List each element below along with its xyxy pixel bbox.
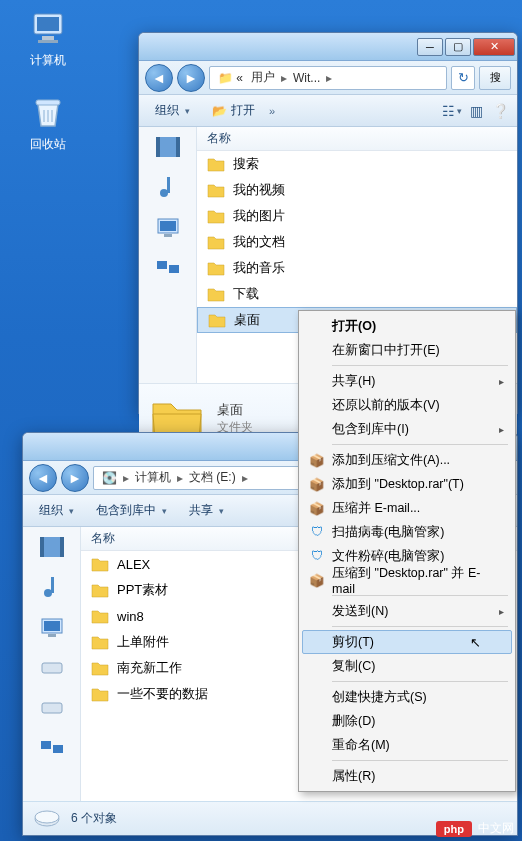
maximize-button[interactable]: ▢: [445, 38, 471, 56]
back-button[interactable]: ◄: [29, 464, 57, 492]
breadcrumb-seg[interactable]: 计算机: [131, 469, 175, 486]
list-item[interactable]: 我的视频: [197, 177, 517, 203]
ctx-add-archive[interactable]: 📦添加到压缩文件(A)...: [302, 448, 512, 472]
svg-rect-1: [37, 17, 59, 31]
svg-rect-17: [60, 537, 64, 557]
ctx-scan-virus[interactable]: 🛡扫描病毒(电脑管家): [302, 520, 512, 544]
desktop-icon-recycle[interactable]: 回收站: [16, 92, 80, 153]
include-library-button[interactable]: 包含到库中: [88, 499, 175, 522]
list-item[interactable]: 我的文档: [197, 229, 517, 255]
fav-drive-icon[interactable]: [23, 647, 80, 687]
ctx-cut[interactable]: 剪切(T)↖: [302, 630, 512, 654]
separator: [332, 444, 508, 445]
overflow-icon[interactable]: »: [269, 105, 275, 117]
desktop-icon-label: 回收站: [16, 136, 80, 153]
folder-icon: [91, 582, 109, 598]
desktop-icon-label: 计算机: [16, 52, 80, 69]
rar-icon: 📦: [308, 475, 326, 493]
separator: [332, 760, 508, 761]
fav-drive-icon[interactable]: [23, 687, 80, 727]
favorites-pane[interactable]: [139, 127, 197, 383]
recycle-bin-icon: [28, 92, 68, 132]
separator: [332, 365, 508, 366]
fav-computer-icon[interactable]: [139, 207, 196, 247]
forward-button[interactable]: ►: [61, 464, 89, 492]
breadcrumb-seg[interactable]: 文档 (E:): [185, 469, 240, 486]
shield-icon: 🛡: [308, 523, 326, 541]
organize-button[interactable]: 组织: [31, 499, 82, 522]
ctx-open-new-window[interactable]: 在新窗口中打开(E): [302, 338, 512, 362]
forward-button[interactable]: ►: [177, 64, 205, 92]
titlebar[interactable]: ─ ▢ ✕: [139, 33, 517, 61]
fav-video-icon[interactable]: [23, 527, 80, 567]
help-button[interactable]: ❔: [491, 102, 509, 120]
close-button[interactable]: ✕: [473, 38, 515, 56]
minimize-button[interactable]: ─: [417, 38, 443, 56]
fav-video-icon[interactable]: [139, 127, 196, 167]
ctx-add-desktop-rar[interactable]: 📦添加到 "Desktop.rar"(T): [302, 472, 512, 496]
fav-music-icon[interactable]: [23, 567, 80, 607]
chevron-right-icon: ▸: [279, 71, 289, 85]
ctx-create-shortcut[interactable]: 创建快捷方式(S): [302, 685, 512, 709]
desktop-icon-computer[interactable]: 计算机: [16, 8, 80, 69]
ctx-open[interactable]: 打开(O): [302, 314, 512, 338]
search-button[interactable]: 搜: [479, 66, 511, 90]
ctx-share[interactable]: 共享(H): [302, 369, 512, 393]
preview-pane-button[interactable]: ▥: [467, 102, 485, 120]
ctx-properties[interactable]: 属性(R): [302, 764, 512, 788]
chevron-right-icon: ▸: [240, 471, 250, 485]
ctx-restore-previous[interactable]: 还原以前的版本(V): [302, 393, 512, 417]
ctx-rename[interactable]: 重命名(M): [302, 733, 512, 757]
drive-icon: [33, 810, 61, 828]
svg-rect-26: [53, 745, 63, 753]
favorites-pane[interactable]: [23, 527, 81, 801]
list-item[interactable]: 搜索: [197, 151, 517, 177]
folder-icon: [208, 312, 226, 328]
svg-rect-12: [164, 234, 172, 237]
svg-rect-22: [48, 634, 56, 637]
svg-point-18: [44, 589, 52, 597]
folder-icon: [91, 686, 109, 702]
folder-icon: [207, 286, 225, 302]
svg-rect-7: [176, 137, 180, 157]
folder-icon: [207, 182, 225, 198]
svg-point-8: [160, 189, 168, 197]
svg-rect-3: [38, 40, 58, 43]
breadcrumb-seg[interactable]: Wit...: [289, 71, 324, 85]
watermark-text: 中文网: [478, 820, 514, 837]
fav-computer-icon[interactable]: [23, 607, 80, 647]
ctx-compress-email[interactable]: 📦压缩并 E-mail...: [302, 496, 512, 520]
folder-icon: [91, 556, 109, 572]
chevron-right-icon: ▸: [324, 71, 334, 85]
ctx-copy[interactable]: 复制(C): [302, 654, 512, 678]
list-item[interactable]: 我的图片: [197, 203, 517, 229]
svg-rect-9: [167, 177, 170, 193]
svg-point-28: [35, 811, 59, 823]
drive-icon[interactable]: 💽: [98, 471, 121, 485]
organize-button[interactable]: 组织: [147, 99, 198, 122]
ctx-include-library[interactable]: 包含到库中(I): [302, 417, 512, 441]
rar-icon: 📦: [308, 571, 326, 589]
share-button[interactable]: 共享: [181, 499, 232, 522]
svg-rect-13: [157, 261, 167, 269]
fav-network-icon[interactable]: [139, 247, 196, 287]
fav-music-icon[interactable]: [139, 167, 196, 207]
refresh-button[interactable]: ↻: [451, 66, 475, 90]
breadcrumb-root-icon[interactable]: 📁 «: [214, 71, 247, 85]
ctx-delete[interactable]: 删除(D): [302, 709, 512, 733]
column-header-name[interactable]: 名称: [197, 127, 517, 151]
view-mode-button[interactable]: ☷: [443, 102, 461, 120]
ctx-send-to[interactable]: 发送到(N): [302, 599, 512, 623]
breadcrumb[interactable]: 📁 « 用户 ▸ Wit... ▸: [209, 66, 447, 90]
list-item[interactable]: 我的音乐: [197, 255, 517, 281]
folder-icon: [91, 634, 109, 650]
preview-name: 桌面: [217, 401, 253, 419]
watermark-badge: php: [436, 821, 472, 837]
breadcrumb-seg[interactable]: 用户: [247, 69, 279, 86]
back-button[interactable]: ◄: [145, 64, 173, 92]
fav-network-icon[interactable]: [23, 727, 80, 767]
ctx-compress-send[interactable]: 📦压缩到 "Desktop.rar" 并 E-mail: [302, 568, 512, 592]
open-button[interactable]: 📂打开: [204, 99, 263, 122]
chevron-right-icon: ▸: [121, 471, 131, 485]
list-item[interactable]: 下载: [197, 281, 517, 307]
